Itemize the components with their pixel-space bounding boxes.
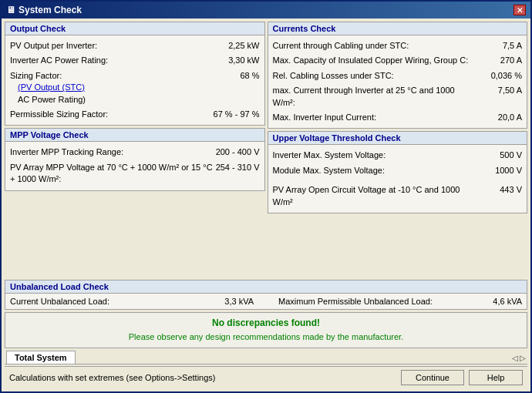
footer-text: Calculations with set extremes (see Opti… xyxy=(9,373,215,382)
max-capacity-label: Max. Capacity of Insulated Copper Wiring… xyxy=(273,55,476,66)
inverter-ac-value: 3,30 kW xyxy=(214,55,260,66)
mpp-check-section: MPP Voltage Check Inverter MPP Tracking … xyxy=(5,128,265,190)
mpp-tracking-label: Inverter MPP Tracking Range: xyxy=(10,146,214,158)
panel-left: Output Check PV Output per Inverter: 2,2… xyxy=(5,22,265,277)
close-button[interactable]: ✕ xyxy=(513,5,526,15)
module-max-voltage-label: Module Max. System Voltage: xyxy=(273,165,476,176)
pv-output-stc-link[interactable]: (PV Output (STC) xyxy=(10,82,85,92)
max-capacity-value: 270 A xyxy=(476,55,522,66)
tab-left-arrow[interactable]: ◁ xyxy=(512,354,518,362)
system-check-window: 🖥 System Check ✕ Output Check PV Output … xyxy=(0,0,532,393)
tab-right-arrow[interactable]: ▷ xyxy=(520,354,526,362)
list-item: Current through Cabling under STC: 7,5 A xyxy=(273,39,523,53)
current-cabling-label: Current through Cabling under STC: xyxy=(273,40,476,52)
currents-check-header: Currents Check xyxy=(268,22,527,35)
pv-output-label: PV Output per Inverter: xyxy=(10,40,214,52)
pv-array-mpp-label: PV Array MPP Voltage at 70 °C + 1000 W/m… xyxy=(10,162,214,186)
inverter-ac-label: Inverter AC Power Rating: xyxy=(10,55,214,66)
main-panels: Output Check PV Output per Inverter: 2,2… xyxy=(5,22,527,277)
footer-bar: Calculations with set extremes (see Opti… xyxy=(5,366,527,388)
list-item: PV Array MPP Voltage at 70 °C + 1000 W/m… xyxy=(10,160,260,187)
list-item: Inverter Max. System Voltage: 500 V xyxy=(273,148,523,163)
title-bar: 🖥 System Check ✕ xyxy=(2,2,530,18)
permissible-sizing-value: 67 % - 97 % xyxy=(214,109,260,120)
content-area: Output Check PV Output per Inverter: 2,2… xyxy=(2,18,530,391)
bottom-area: Total System ◁ ▷ Calculations with set e… xyxy=(5,351,527,388)
unbalanced-section: Unbalanced Load Check Current Unbalanced… xyxy=(5,280,527,310)
max-inverter-input-value: 20,0 A xyxy=(476,112,522,123)
list-item: Max. Inverter Input Current: 20,0 A xyxy=(273,110,523,125)
currents-check-content: Current through Cabling under STC: 7,5 A… xyxy=(268,35,527,128)
current-unbalanced-value: 3,3 kVA xyxy=(224,297,254,306)
list-item: Inverter MPP Tracking Range: 200 - 400 V xyxy=(10,145,260,160)
sizing-factor-label: Sizing Factor: (PV Output (STC) AC Power… xyxy=(10,70,214,106)
current-unbalanced-label: Current Unbalanced Load: xyxy=(10,297,109,306)
upper-voltage-section: Upper Voltage Threshold Check Inverter M… xyxy=(268,131,528,213)
inverter-max-voltage-value: 500 V xyxy=(476,149,522,161)
help-button[interactable]: Help xyxy=(469,370,523,385)
sizing-factor-value: 68 % xyxy=(214,70,260,82)
list-item: Sizing Factor: (PV Output (STC) AC Power… xyxy=(10,69,260,107)
rel-cabling-value: 0,036 % xyxy=(476,70,522,82)
pv-array-mpp-value: 254 - 310 V xyxy=(214,162,260,173)
ac-power-rating-label: AC Power Rating) xyxy=(10,95,86,104)
list-item: max. Current through Inverter at 25 °C a… xyxy=(273,83,523,110)
window-icon: 🖥 xyxy=(6,5,15,15)
currents-check-section: Currents Check Current through Cabling u… xyxy=(268,22,528,129)
permissible-sizing-label: Permissible Sizing Factor: xyxy=(10,109,214,120)
unbalanced-left: Current Unbalanced Load: 3,3 kVA xyxy=(10,297,254,306)
observe-text: Please observe any design recommendation… xyxy=(8,331,524,344)
list-item: Permissible Sizing Factor: 67 % - 97 % xyxy=(10,107,260,122)
title-bar-title: 🖥 System Check xyxy=(6,5,82,15)
mpp-tracking-value: 200 - 400 V xyxy=(214,146,260,158)
max-current-inverter-value: 7,50 A xyxy=(476,85,522,96)
list-item: Module Max. System Voltage: 1000 V xyxy=(273,163,523,178)
output-check-section: Output Check PV Output per Inverter: 2,2… xyxy=(5,22,265,126)
footer-buttons: Continue Help xyxy=(401,370,523,385)
inverter-max-voltage-label: Inverter Max. System Voltage: xyxy=(273,149,476,161)
panel-right: Currents Check Current through Cabling u… xyxy=(268,22,528,277)
upper-voltage-content: Inverter Max. System Voltage: 500 V Modu… xyxy=(268,145,527,213)
max-permissible-value: 4,6 kVA xyxy=(493,297,522,306)
unbalanced-right: Maximum Permissible Unbalanced Load: 4,6… xyxy=(278,297,522,306)
list-item: Rel. Cabling Losses under STC: 0,036 % xyxy=(273,69,523,83)
upper-voltage-header: Upper Voltage Threshold Check xyxy=(268,132,527,145)
pv-open-circuit-label: PV Array Open Circuit Voltage at -10 °C … xyxy=(273,184,476,208)
continue-button[interactable]: Continue xyxy=(401,370,464,385)
list-item: PV Array Open Circuit Voltage at -10 °C … xyxy=(273,183,523,210)
max-current-inverter-label: max. Current through Inverter at 25 °C a… xyxy=(273,85,476,109)
max-inverter-input-label: Max. Inverter Input Current: xyxy=(273,112,476,123)
list-item: Inverter AC Power Rating: 3,30 kW xyxy=(10,53,260,68)
list-item: Max. Capacity of Insulated Copper Wiring… xyxy=(273,53,523,68)
mpp-check-header: MPP Voltage Check xyxy=(5,129,264,142)
pv-open-circuit-value: 443 V xyxy=(476,184,522,196)
mpp-check-content: Inverter MPP Tracking Range: 200 - 400 V… xyxy=(5,142,264,190)
rel-cabling-label: Rel. Cabling Losses under STC: xyxy=(273,70,476,82)
no-discrepancies-text: No discrepancies found! xyxy=(8,316,524,331)
tab-arrows: ◁ ▷ xyxy=(512,354,526,364)
unbalanced-header: Unbalanced Load Check xyxy=(5,280,527,294)
pv-output-value: 2,25 kW xyxy=(214,40,260,52)
tab-bar: Total System ◁ ▷ xyxy=(5,351,527,364)
current-cabling-value: 7,5 A xyxy=(476,40,522,52)
status-bar: No discrepancies found! Please observe a… xyxy=(5,312,527,348)
max-permissible-label: Maximum Permissible Unbalanced Load: xyxy=(278,297,493,306)
module-max-voltage-value: 1000 V xyxy=(476,165,522,176)
list-item: PV Output per Inverter: 2,25 kW xyxy=(10,39,260,53)
total-system-tab[interactable]: Total System xyxy=(6,351,76,364)
window-title: System Check xyxy=(19,5,82,15)
output-check-content: PV Output per Inverter: 2,25 kW Inverter… xyxy=(5,35,264,125)
unbalanced-content: Current Unbalanced Load: 3,3 kVA Maximum… xyxy=(5,294,527,309)
output-check-header: Output Check xyxy=(5,22,264,35)
